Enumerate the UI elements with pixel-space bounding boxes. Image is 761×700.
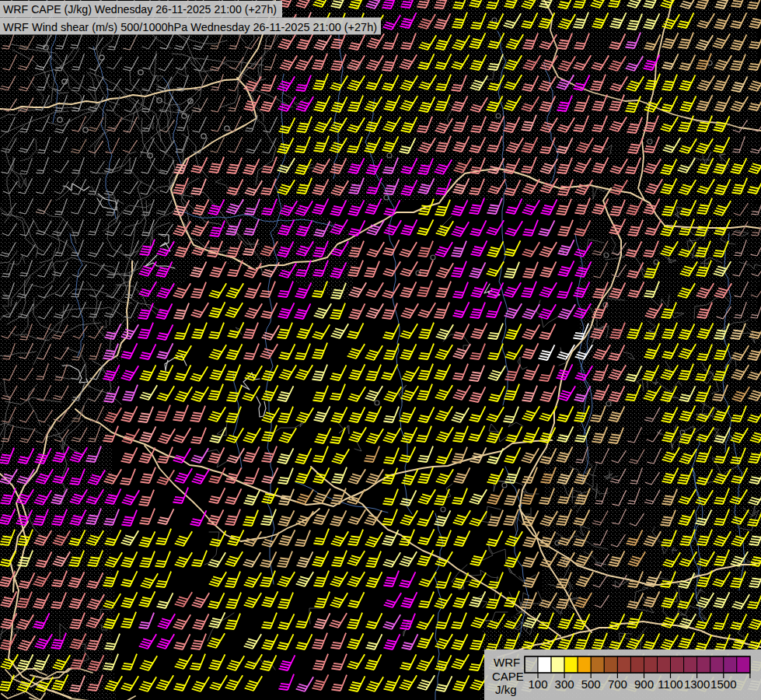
svg-text:WRF Wind shear (m/s) 500/1000h: WRF Wind shear (m/s) 500/1000hPa Wednesd… — [3, 21, 377, 33]
svg-text:WRF CAPE (J/kg) Wednesday 26-1: WRF CAPE (J/kg) Wednesday 26-11-2025 21:… — [3, 3, 277, 16]
svg-text:1500: 1500 — [710, 677, 736, 691]
svg-text:900: 900 — [634, 677, 654, 691]
svg-text:WRF: WRF — [494, 656, 520, 669]
svg-text:1100: 1100 — [658, 677, 682, 691]
svg-text:300: 300 — [555, 677, 574, 691]
svg-text:100: 100 — [528, 677, 547, 691]
svg-text:J/kg: J/kg — [495, 683, 517, 696]
svg-text:1300: 1300 — [684, 677, 710, 691]
svg-text:CAPE: CAPE — [492, 670, 524, 683]
svg-text:700: 700 — [608, 677, 627, 691]
svg-text:500: 500 — [581, 677, 601, 691]
